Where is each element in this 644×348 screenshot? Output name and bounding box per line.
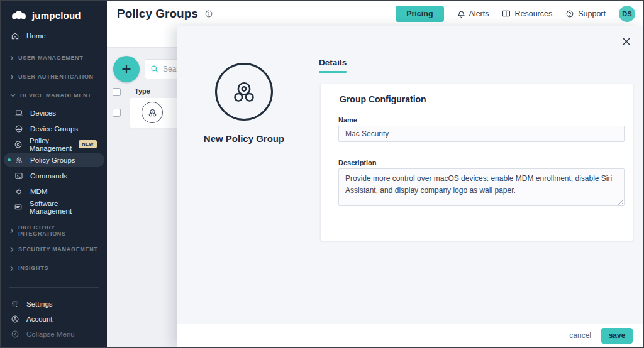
sidebar-section-user-management[interactable]: USER MANAGEMENT bbox=[1, 48, 107, 67]
tab-active-underline bbox=[319, 71, 347, 73]
new-policy-group-panel: New Policy Group Details Group Configura… bbox=[177, 26, 643, 347]
sidebar: jumpcloud Home USER MANAGEMENT USER AUTH… bbox=[1, 1, 107, 347]
brand-logo[interactable]: jumpcloud bbox=[1, 1, 107, 28]
active-indicator-dot bbox=[8, 158, 11, 161]
group-configuration-card: Group Configuration Name Description Pro… bbox=[320, 84, 633, 241]
pricing-button[interactable]: Pricing bbox=[396, 6, 443, 22]
sidebar-item-account[interactable]: Account bbox=[1, 312, 107, 327]
search-icon bbox=[150, 65, 159, 73]
section-label: SECURITY MANAGEMENT bbox=[18, 246, 98, 253]
description-field-label: Description bbox=[338, 159, 377, 166]
page-title: Policy Groups bbox=[117, 7, 198, 21]
card-title: Group Configuration bbox=[340, 94, 426, 104]
resources-label: Resources bbox=[514, 9, 552, 18]
select-all-checkbox[interactable] bbox=[113, 88, 121, 96]
alerts-link[interactable]: Alerts bbox=[457, 9, 489, 18]
sidebar-item-label: Home bbox=[26, 32, 46, 40]
sidebar-item-policy-management[interactable]: Policy Management NEW bbox=[4, 137, 104, 151]
sidebar-item-label: Policy Groups bbox=[30, 156, 75, 164]
panel-footer: cancel save bbox=[177, 324, 643, 347]
app-window: jumpcloud Home USER MANAGEMENT USER AUTH… bbox=[0, 0, 644, 348]
tab-details[interactable]: Details bbox=[319, 58, 347, 73]
sidebar-item-label: Policy Management bbox=[30, 137, 72, 152]
section-label: DIRECTORY INTEGRATIONS bbox=[18, 224, 98, 237]
policy-management-icon bbox=[14, 140, 23, 149]
sidebar-section-directory-integrations[interactable]: DIRECTORY INTEGRATIONS bbox=[1, 221, 107, 240]
home-icon bbox=[10, 31, 19, 40]
name-field-label: Name bbox=[338, 116, 357, 124]
close-icon[interactable] bbox=[620, 35, 633, 48]
support-label: Support bbox=[578, 9, 606, 18]
sidebar-section-user-authentication[interactable]: USER AUTHENTICATION bbox=[1, 67, 107, 86]
chevron-right-icon bbox=[10, 55, 14, 61]
info-icon[interactable] bbox=[204, 9, 213, 18]
section-label: DEVICE MANAGEMENT bbox=[20, 92, 91, 99]
description-field-wrap: Provide more control over macOS devices:… bbox=[338, 168, 625, 206]
gear-icon bbox=[10, 300, 19, 308]
sidebar-item-label: Account bbox=[26, 315, 53, 323]
book-icon bbox=[502, 9, 511, 18]
top-bar: Policy Groups Pricing Alerts bbox=[107, 1, 643, 26]
section-label: INSIGHTS bbox=[18, 265, 48, 271]
sidebar-item-label: Software Management bbox=[30, 200, 96, 215]
chevron-right-icon bbox=[10, 247, 14, 253]
support-link[interactable]: Support bbox=[565, 9, 606, 18]
plus-icon bbox=[121, 63, 132, 75]
description-field[interactable]: Provide more control over macOS devices:… bbox=[338, 168, 625, 206]
collapse-arrow-icon bbox=[10, 330, 19, 339]
sidebar-item-commands[interactable]: Commands bbox=[4, 168, 104, 183]
sidebar-item-home[interactable]: Home bbox=[1, 28, 107, 43]
sidebar-item-collapse-menu[interactable]: Collapse Menu bbox=[1, 327, 107, 342]
tab-label: Details bbox=[319, 58, 347, 67]
alerts-label: Alerts bbox=[469, 9, 489, 18]
chevron-right-icon bbox=[10, 266, 14, 271]
panel-hero: New Policy Group bbox=[191, 63, 297, 144]
save-button[interactable]: save bbox=[601, 328, 633, 344]
section-label: USER AUTHENTICATION bbox=[18, 73, 94, 80]
sidebar-item-label: Device Groups bbox=[30, 125, 78, 133]
cancel-button[interactable]: cancel bbox=[569, 331, 591, 340]
sidebar-section-insights[interactable]: INSIGHTS bbox=[1, 259, 107, 278]
laptop-icon bbox=[14, 109, 23, 117]
sidebar-item-software-management[interactable]: Software Management bbox=[4, 200, 104, 214]
sidebar-section-security-management[interactable]: SECURITY MANAGEMENT bbox=[1, 240, 107, 259]
question-circle-icon bbox=[565, 9, 574, 18]
sidebar-footer: Settings Account Collapse Menu bbox=[1, 287, 107, 347]
new-badge: NEW bbox=[79, 140, 97, 148]
terminal-icon bbox=[14, 171, 23, 180]
policy-group-icon bbox=[14, 156, 23, 165]
software-icon bbox=[14, 203, 23, 212]
sidebar-item-label: Collapse Menu bbox=[26, 330, 75, 338]
sidebar-item-settings[interactable]: Settings bbox=[1, 296, 107, 312]
divider bbox=[9, 287, 99, 288]
account-icon bbox=[10, 315, 19, 324]
panel-title: New Policy Group bbox=[191, 133, 297, 144]
device-group-icon bbox=[14, 124, 23, 133]
sidebar-item-label: Settings bbox=[26, 300, 53, 308]
policy-group-type-icon bbox=[142, 102, 163, 123]
sidebar-item-devices[interactable]: Devices bbox=[4, 106, 104, 120]
policy-group-hero-icon bbox=[215, 63, 273, 121]
sidebar-item-policy-groups[interactable]: Policy Groups bbox=[4, 153, 104, 167]
section-label: USER MANAGEMENT bbox=[18, 55, 84, 61]
sidebar-item-mdm[interactable]: MDM bbox=[4, 184, 104, 198]
apple-icon bbox=[14, 187, 23, 196]
cloud-logo-icon bbox=[10, 9, 28, 21]
sidebar-item-label: MDM bbox=[30, 188, 47, 195]
user-avatar[interactable]: DS bbox=[619, 6, 635, 22]
bell-icon bbox=[457, 9, 465, 18]
resources-link[interactable]: Resources bbox=[502, 9, 552, 18]
row-checkbox[interactable] bbox=[113, 109, 121, 117]
brand-name: jumpcloud bbox=[32, 10, 81, 21]
chevron-right-icon bbox=[10, 228, 14, 234]
sidebar-item-label: Devices bbox=[30, 109, 56, 117]
sidebar-item-label: Commands bbox=[30, 172, 67, 180]
chevron-right-icon bbox=[10, 74, 14, 80]
sidebar-section-device-management[interactable]: DEVICE MANAGEMENT bbox=[1, 86, 107, 105]
chevron-down-icon bbox=[10, 94, 16, 97]
add-policy-group-button[interactable] bbox=[113, 56, 140, 82]
name-field[interactable] bbox=[338, 126, 625, 142]
sidebar-item-device-groups[interactable]: Device Groups bbox=[4, 121, 104, 136]
type-column-header: Type bbox=[135, 87, 150, 95]
top-bar-actions: Pricing Alerts bbox=[396, 6, 635, 22]
